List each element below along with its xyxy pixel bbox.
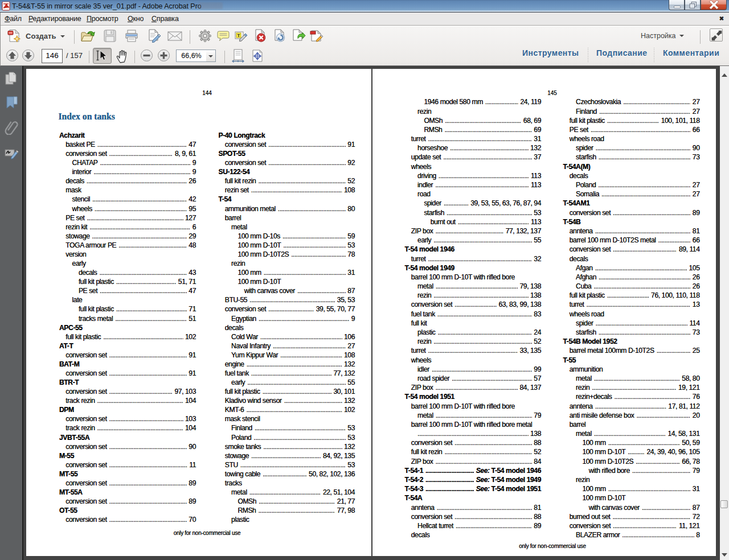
svg-text:T: T xyxy=(237,33,240,38)
